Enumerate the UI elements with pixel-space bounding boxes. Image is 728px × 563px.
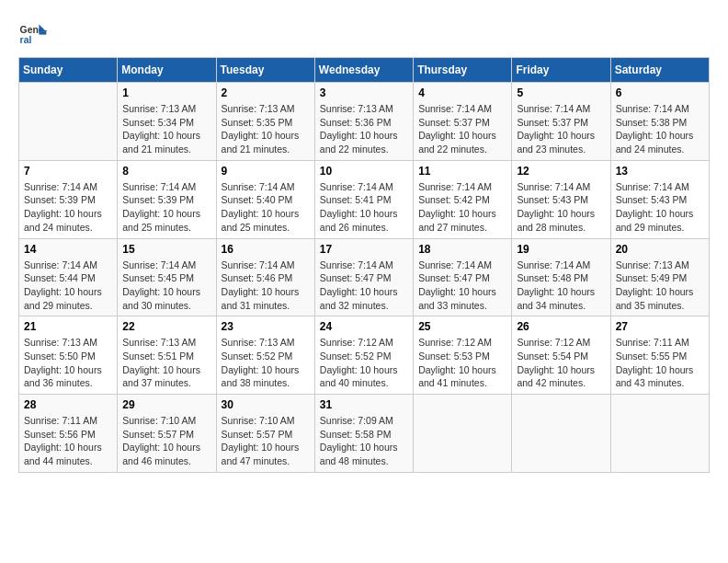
weekday-header-tuesday: Tuesday	[216, 58, 314, 83]
day-info: Sunrise: 7:10 AM Sunset: 5:57 PM Dayligh…	[122, 414, 210, 468]
day-number: 15	[122, 243, 210, 256]
calendar-cell: 3Sunrise: 7:13 AM Sunset: 5:36 PM Daylig…	[314, 83, 413, 161]
calendar-cell	[512, 395, 610, 473]
calendar-cell: 8Sunrise: 7:14 AM Sunset: 5:39 PM Daylig…	[118, 160, 216, 238]
day-number: 4	[418, 86, 506, 99]
day-info: Sunrise: 7:14 AM Sunset: 5:39 PM Dayligh…	[24, 180, 112, 235]
calendar-cell: 17Sunrise: 7:14 AM Sunset: 5:47 PM Dayli…	[314, 238, 413, 316]
day-info: Sunrise: 7:12 AM Sunset: 5:52 PM Dayligh…	[320, 336, 408, 390]
weekday-header-thursday: Thursday	[414, 58, 512, 83]
day-number: 30	[222, 398, 310, 411]
calendar-week-1: 1Sunrise: 7:13 AM Sunset: 5:34 PM Daylig…	[19, 83, 710, 161]
calendar-cell: 23Sunrise: 7:13 AM Sunset: 5:52 PM Dayli…	[216, 316, 314, 395]
weekday-header-monday: Monday	[118, 58, 216, 83]
page-header: Gene- ral	[18, 18, 710, 48]
weekday-header-wednesday: Wednesday	[314, 58, 413, 83]
day-number: 24	[320, 320, 408, 333]
day-number: 2	[222, 86, 310, 99]
day-info: Sunrise: 7:14 AM Sunset: 5:41 PM Dayligh…	[320, 180, 408, 235]
day-info: Sunrise: 7:14 AM Sunset: 5:40 PM Dayligh…	[222, 180, 310, 235]
day-info: Sunrise: 7:13 AM Sunset: 5:35 PM Dayligh…	[222, 102, 310, 156]
day-number: 13	[616, 165, 704, 178]
calendar-cell	[414, 395, 512, 473]
day-number: 27	[616, 320, 704, 333]
calendar-week-5: 28Sunrise: 7:11 AM Sunset: 5:56 PM Dayli…	[19, 395, 710, 473]
day-number: 14	[24, 243, 112, 256]
day-number: 1	[122, 86, 210, 99]
day-number: 9	[222, 165, 310, 178]
day-info: Sunrise: 7:14 AM Sunset: 5:37 PM Dayligh…	[418, 102, 506, 156]
day-number: 23	[222, 320, 310, 333]
day-info: Sunrise: 7:14 AM Sunset: 5:46 PM Dayligh…	[222, 259, 310, 313]
calendar-cell: 28Sunrise: 7:11 AM Sunset: 5:56 PM Dayli…	[19, 395, 118, 473]
calendar-cell: 26Sunrise: 7:12 AM Sunset: 5:54 PM Dayli…	[512, 316, 610, 395]
day-number: 21	[24, 320, 112, 333]
day-info: Sunrise: 7:11 AM Sunset: 5:56 PM Dayligh…	[24, 414, 112, 468]
day-info: Sunrise: 7:14 AM Sunset: 5:47 PM Dayligh…	[320, 259, 408, 313]
day-number: 11	[418, 165, 506, 178]
day-number: 18	[418, 243, 506, 256]
day-number: 7	[24, 165, 112, 178]
calendar-cell: 2Sunrise: 7:13 AM Sunset: 5:35 PM Daylig…	[216, 83, 314, 161]
day-info: Sunrise: 7:12 AM Sunset: 5:53 PM Dayligh…	[418, 336, 506, 390]
day-info: Sunrise: 7:14 AM Sunset: 5:43 PM Dayligh…	[616, 180, 704, 235]
calendar-cell	[610, 395, 709, 473]
day-number: 6	[616, 86, 704, 99]
calendar-cell: 27Sunrise: 7:11 AM Sunset: 5:55 PM Dayli…	[610, 316, 709, 395]
calendar-cell: 1Sunrise: 7:13 AM Sunset: 5:34 PM Daylig…	[118, 83, 216, 161]
day-info: Sunrise: 7:14 AM Sunset: 5:42 PM Dayligh…	[418, 180, 506, 235]
day-info: Sunrise: 7:09 AM Sunset: 5:58 PM Dayligh…	[320, 414, 408, 468]
day-number: 25	[418, 320, 506, 333]
calendar-table: SundayMondayTuesdayWednesdayThursdayFrid…	[18, 57, 710, 473]
calendar-cell: 14Sunrise: 7:14 AM Sunset: 5:44 PM Dayli…	[19, 238, 118, 316]
day-info: Sunrise: 7:13 AM Sunset: 5:51 PM Dayligh…	[122, 336, 210, 390]
calendar-cell: 31Sunrise: 7:09 AM Sunset: 5:58 PM Dayli…	[314, 395, 413, 473]
calendar-week-3: 14Sunrise: 7:14 AM Sunset: 5:44 PM Dayli…	[19, 238, 710, 316]
calendar-cell: 16Sunrise: 7:14 AM Sunset: 5:46 PM Dayli…	[216, 238, 314, 316]
day-info: Sunrise: 7:14 AM Sunset: 5:47 PM Dayligh…	[418, 259, 506, 313]
calendar-cell: 22Sunrise: 7:13 AM Sunset: 5:51 PM Dayli…	[118, 316, 216, 395]
day-info: Sunrise: 7:13 AM Sunset: 5:34 PM Dayligh…	[122, 102, 210, 156]
day-info: Sunrise: 7:14 AM Sunset: 5:44 PM Dayligh…	[24, 259, 112, 313]
calendar-cell: 30Sunrise: 7:10 AM Sunset: 5:57 PM Dayli…	[216, 395, 314, 473]
day-info: Sunrise: 7:12 AM Sunset: 5:54 PM Dayligh…	[517, 336, 605, 390]
calendar-cell: 24Sunrise: 7:12 AM Sunset: 5:52 PM Dayli…	[314, 316, 413, 395]
calendar-cell: 15Sunrise: 7:14 AM Sunset: 5:45 PM Dayli…	[118, 238, 216, 316]
day-number: 8	[122, 165, 210, 178]
svg-text:ral: ral	[20, 35, 32, 45]
calendar-body: 1Sunrise: 7:13 AM Sunset: 5:34 PM Daylig…	[19, 83, 710, 473]
logo: Gene- ral	[18, 18, 51, 48]
calendar-cell	[19, 83, 118, 161]
weekday-header-friday: Friday	[512, 58, 610, 83]
day-number: 5	[517, 86, 605, 99]
day-info: Sunrise: 7:13 AM Sunset: 5:52 PM Dayligh…	[222, 336, 310, 390]
day-number: 12	[517, 165, 605, 178]
calendar-cell: 7Sunrise: 7:14 AM Sunset: 5:39 PM Daylig…	[19, 160, 118, 238]
day-info: Sunrise: 7:11 AM Sunset: 5:55 PM Dayligh…	[616, 336, 704, 390]
calendar-cell: 6Sunrise: 7:14 AM Sunset: 5:38 PM Daylig…	[610, 83, 709, 161]
calendar-cell: 4Sunrise: 7:14 AM Sunset: 5:37 PM Daylig…	[414, 83, 512, 161]
day-info: Sunrise: 7:10 AM Sunset: 5:57 PM Dayligh…	[222, 414, 310, 468]
calendar-cell: 5Sunrise: 7:14 AM Sunset: 5:37 PM Daylig…	[512, 83, 610, 161]
calendar-cell: 9Sunrise: 7:14 AM Sunset: 5:40 PM Daylig…	[216, 160, 314, 238]
day-info: Sunrise: 7:13 AM Sunset: 5:36 PM Dayligh…	[320, 102, 408, 156]
calendar-week-2: 7Sunrise: 7:14 AM Sunset: 5:39 PM Daylig…	[19, 160, 710, 238]
day-number: 17	[320, 243, 408, 256]
day-number: 19	[517, 243, 605, 256]
day-number: 29	[122, 398, 210, 411]
calendar-cell: 19Sunrise: 7:14 AM Sunset: 5:48 PM Dayli…	[512, 238, 610, 316]
day-info: Sunrise: 7:14 AM Sunset: 5:48 PM Dayligh…	[517, 259, 605, 313]
calendar-cell: 13Sunrise: 7:14 AM Sunset: 5:43 PM Dayli…	[610, 160, 709, 238]
calendar-header: SundayMondayTuesdayWednesdayThursdayFrid…	[19, 58, 710, 83]
weekday-header-saturday: Saturday	[610, 58, 709, 83]
day-number: 20	[616, 243, 704, 256]
weekday-header-sunday: Sunday	[19, 58, 118, 83]
day-number: 3	[320, 86, 408, 99]
day-number: 16	[222, 243, 310, 256]
day-info: Sunrise: 7:14 AM Sunset: 5:39 PM Dayligh…	[122, 180, 210, 235]
day-number: 31	[320, 398, 408, 411]
day-info: Sunrise: 7:14 AM Sunset: 5:37 PM Dayligh…	[517, 102, 605, 156]
day-number: 22	[122, 320, 210, 333]
calendar-cell: 10Sunrise: 7:14 AM Sunset: 5:41 PM Dayli…	[314, 160, 413, 238]
svg-rect-3	[39, 31, 46, 34]
